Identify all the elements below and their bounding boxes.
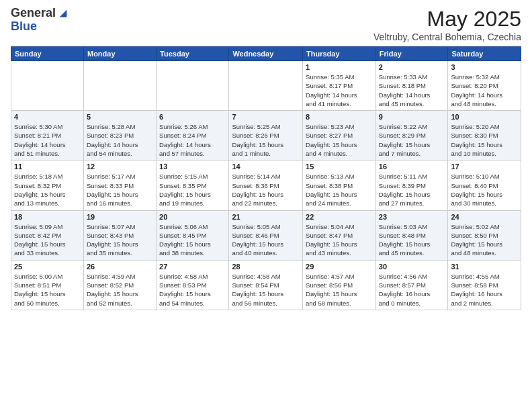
day-cell: 12Sunrise: 5:17 AM Sunset: 8:33 PM Dayli… (83, 161, 156, 210)
day-info: Sunrise: 5:20 AM Sunset: 8:30 PM Dayligh… (451, 122, 518, 158)
day-info: Sunrise: 4:59 AM Sunset: 8:52 PM Dayligh… (87, 272, 153, 308)
day-info: Sunrise: 5:10 AM Sunset: 8:40 PM Dayligh… (451, 172, 518, 208)
day-cell (157, 61, 229, 111)
logo-general-text: General (11, 7, 56, 20)
day-cell: 10Sunrise: 5:20 AM Sunset: 8:30 PM Dayli… (448, 111, 521, 161)
day-number: 15 (306, 163, 373, 171)
day-number: 12 (87, 163, 153, 171)
day-info: Sunrise: 5:33 AM Sunset: 8:18 PM Dayligh… (379, 73, 445, 108)
day-info: Sunrise: 5:30 AM Sunset: 8:21 PM Dayligh… (14, 122, 81, 158)
day-cell: 21Sunrise: 5:05 AM Sunset: 8:46 PM Dayli… (229, 210, 303, 260)
day-info: Sunrise: 5:11 AM Sunset: 8:39 PM Dayligh… (379, 172, 445, 208)
day-info: Sunrise: 5:00 AM Sunset: 8:51 PM Dayligh… (14, 272, 81, 308)
day-cell: 3Sunrise: 5:32 AM Sunset: 8:20 PM Daylig… (448, 61, 521, 111)
day-cell: 31Sunrise: 4:55 AM Sunset: 8:58 PM Dayli… (448, 260, 521, 310)
title-block: May 2025 Veltruby, Central Bohemia, Czec… (373, 7, 521, 42)
day-cell (83, 61, 156, 111)
day-cell: 14Sunrise: 5:14 AM Sunset: 8:36 PM Dayli… (229, 161, 303, 210)
day-number: 24 (451, 213, 518, 221)
day-number: 10 (451, 113, 518, 121)
day-cell: 1Sunrise: 5:35 AM Sunset: 8:17 PM Daylig… (303, 61, 376, 111)
col-header-saturday: Saturday (448, 47, 521, 61)
header: General Blue May 2025 Veltruby, Central … (11, 7, 521, 42)
day-number: 29 (306, 263, 373, 271)
day-cell: 20Sunrise: 5:06 AM Sunset: 8:45 PM Dayli… (157, 210, 229, 260)
day-cell: 13Sunrise: 5:15 AM Sunset: 8:35 PM Dayli… (157, 161, 229, 210)
day-cell: 8Sunrise: 5:23 AM Sunset: 8:27 PM Daylig… (303, 111, 376, 161)
calendar-header-row: SundayMondayTuesdayWednesdayThursdayFrid… (11, 47, 521, 61)
week-row-2: 4Sunrise: 5:30 AM Sunset: 8:21 PM Daylig… (11, 111, 521, 161)
day-number: 2 (379, 63, 445, 71)
day-number: 14 (232, 163, 300, 171)
month-title: May 2025 (373, 7, 521, 32)
day-info: Sunrise: 5:06 AM Sunset: 8:45 PM Dayligh… (159, 222, 226, 258)
day-cell: 29Sunrise: 4:57 AM Sunset: 8:56 PM Dayli… (303, 260, 376, 310)
day-cell: 6Sunrise: 5:26 AM Sunset: 8:24 PM Daylig… (157, 111, 229, 161)
day-number: 7 (232, 113, 300, 121)
day-number: 20 (159, 213, 226, 221)
logo-icon (57, 7, 69, 19)
day-cell: 26Sunrise: 4:59 AM Sunset: 8:52 PM Dayli… (83, 260, 156, 310)
day-number: 27 (159, 263, 226, 271)
day-info: Sunrise: 4:55 AM Sunset: 8:58 PM Dayligh… (451, 272, 518, 308)
day-info: Sunrise: 4:56 AM Sunset: 8:57 PM Dayligh… (379, 272, 445, 308)
location-subtitle: Veltruby, Central Bohemia, Czechia (373, 32, 521, 42)
week-row-1: 1Sunrise: 5:35 AM Sunset: 8:17 PM Daylig… (11, 61, 521, 111)
day-cell: 4Sunrise: 5:30 AM Sunset: 8:21 PM Daylig… (11, 111, 84, 161)
day-info: Sunrise: 5:05 AM Sunset: 8:46 PM Dayligh… (232, 222, 300, 258)
day-cell: 5Sunrise: 5:28 AM Sunset: 8:23 PM Daylig… (83, 111, 156, 161)
day-info: Sunrise: 5:26 AM Sunset: 8:24 PM Dayligh… (159, 122, 226, 158)
col-header-monday: Monday (83, 47, 156, 61)
day-info: Sunrise: 5:18 AM Sunset: 8:32 PM Dayligh… (14, 172, 81, 208)
day-info: Sunrise: 5:04 AM Sunset: 8:47 PM Dayligh… (306, 222, 373, 258)
day-cell: 9Sunrise: 5:22 AM Sunset: 8:29 PM Daylig… (375, 111, 448, 161)
day-cell: 30Sunrise: 4:56 AM Sunset: 8:57 PM Dayli… (375, 260, 448, 310)
day-cell: 18Sunrise: 5:09 AM Sunset: 8:42 PM Dayli… (11, 210, 84, 260)
day-number: 1 (306, 63, 373, 71)
day-cell (11, 61, 84, 111)
day-number: 25 (14, 263, 81, 271)
day-cell (229, 61, 303, 111)
col-header-tuesday: Tuesday (157, 47, 229, 61)
week-row-4: 18Sunrise: 5:09 AM Sunset: 8:42 PM Dayli… (11, 210, 521, 260)
day-info: Sunrise: 5:23 AM Sunset: 8:27 PM Dayligh… (306, 122, 373, 158)
day-cell: 23Sunrise: 5:03 AM Sunset: 8:48 PM Dayli… (375, 210, 448, 260)
day-info: Sunrise: 5:09 AM Sunset: 8:42 PM Dayligh… (14, 222, 81, 258)
day-info: Sunrise: 5:13 AM Sunset: 8:38 PM Dayligh… (306, 172, 373, 208)
day-cell: 2Sunrise: 5:33 AM Sunset: 8:18 PM Daylig… (375, 61, 448, 111)
day-info: Sunrise: 5:22 AM Sunset: 8:29 PM Dayligh… (379, 122, 445, 158)
day-info: Sunrise: 5:14 AM Sunset: 8:36 PM Dayligh… (232, 172, 300, 208)
day-number: 28 (232, 263, 300, 271)
day-number: 30 (379, 263, 445, 271)
day-number: 17 (451, 163, 518, 171)
week-row-3: 11Sunrise: 5:18 AM Sunset: 8:32 PM Dayli… (11, 161, 521, 210)
col-header-thursday: Thursday (303, 47, 376, 61)
day-cell: 11Sunrise: 5:18 AM Sunset: 8:32 PM Dayli… (11, 161, 84, 210)
week-row-5: 25Sunrise: 5:00 AM Sunset: 8:51 PM Dayli… (11, 260, 521, 310)
day-number: 16 (379, 163, 445, 171)
day-cell: 27Sunrise: 4:58 AM Sunset: 8:53 PM Dayli… (157, 260, 229, 310)
day-number: 11 (14, 163, 81, 171)
day-info: Sunrise: 4:58 AM Sunset: 8:54 PM Dayligh… (232, 272, 300, 308)
day-number: 23 (379, 213, 445, 221)
day-number: 5 (87, 113, 153, 121)
col-header-wednesday: Wednesday (229, 47, 303, 61)
day-cell: 24Sunrise: 5:02 AM Sunset: 8:50 PM Dayli… (448, 210, 521, 260)
day-info: Sunrise: 5:03 AM Sunset: 8:48 PM Dayligh… (379, 222, 445, 258)
day-number: 4 (14, 113, 81, 121)
day-info: Sunrise: 4:57 AM Sunset: 8:56 PM Dayligh… (306, 272, 373, 308)
day-number: 13 (159, 163, 226, 171)
day-cell: 15Sunrise: 5:13 AM Sunset: 8:38 PM Dayli… (303, 161, 376, 210)
day-info: Sunrise: 5:17 AM Sunset: 8:33 PM Dayligh… (87, 172, 153, 208)
day-number: 18 (14, 213, 81, 221)
day-info: Sunrise: 5:02 AM Sunset: 8:50 PM Dayligh… (451, 222, 518, 258)
day-info: Sunrise: 5:15 AM Sunset: 8:35 PM Dayligh… (159, 172, 226, 208)
day-info: Sunrise: 5:28 AM Sunset: 8:23 PM Dayligh… (87, 122, 153, 158)
day-cell: 28Sunrise: 4:58 AM Sunset: 8:54 PM Dayli… (229, 260, 303, 310)
page: General Blue May 2025 Veltruby, Central … (0, 0, 532, 317)
day-number: 9 (379, 113, 445, 121)
day-number: 21 (232, 213, 300, 221)
day-number: 19 (87, 213, 153, 221)
logo-blue-text: Blue (11, 20, 69, 34)
col-header-friday: Friday (375, 47, 448, 61)
